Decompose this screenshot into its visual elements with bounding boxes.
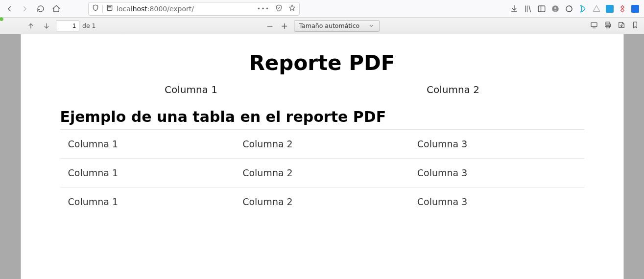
table-row: Columna 1 Columna 2 Columna 3: [60, 187, 584, 216]
home-button[interactable]: [50, 2, 63, 15]
sidebar-icon[interactable]: [537, 4, 546, 13]
pdf-viewer-toolbar: de 1 − + Tamaño automático: [0, 18, 644, 34]
zoom-out-button[interactable]: −: [264, 21, 275, 31]
svg-rect-1: [538, 6, 545, 12]
tracking-shield-icon[interactable]: [92, 4, 99, 13]
chevron-down-icon: [368, 23, 374, 29]
reader-mode-shield-icon[interactable]: [275, 4, 283, 14]
next-page-button[interactable]: [40, 20, 53, 32]
browser-nav-bar: localhost:8000/export/ •••: [0, 0, 644, 18]
table-cell: Columna 2: [235, 159, 409, 187]
table-cell: Columna 3: [409, 187, 584, 216]
table-cell: Columna 2: [235, 187, 409, 216]
url-text: localhost:8000/export/: [117, 5, 194, 13]
table-cell: Columna 1: [60, 159, 235, 187]
extension-2-icon[interactable]: [578, 4, 587, 13]
browser-right-icons: [510, 4, 641, 13]
table-cell: Columna 2: [235, 130, 409, 159]
zoom-in-button[interactable]: +: [279, 21, 290, 31]
table-cell: Columna 1: [60, 130, 235, 159]
extension-5-icon[interactable]: [619, 5, 626, 13]
account-avatar-icon[interactable]: [551, 4, 560, 13]
report-top-columns: Columna 1 Columna 2: [60, 84, 584, 95]
page-number-input[interactable]: [56, 21, 79, 31]
report-table: Columna 1 Columna 2 Columna 3 Columna 1 …: [60, 129, 584, 216]
bookmark-star-icon[interactable]: [288, 4, 296, 14]
extension-4-icon[interactable]: [606, 5, 614, 13]
extension-1-icon[interactable]: [565, 4, 573, 13]
downloads-icon[interactable]: [510, 4, 519, 13]
top-column-1: Columna 1: [165, 84, 217, 95]
report-title: Reporte PDF: [60, 51, 584, 75]
pdf-page: Reporte PDF Columna 1 Columna 2 Ejemplo …: [21, 34, 623, 279]
extension-3-icon[interactable]: [592, 4, 601, 13]
library-icon[interactable]: [524, 4, 532, 13]
url-bar[interactable]: localhost:8000/export/ •••: [88, 2, 300, 16]
forward-button[interactable]: [19, 2, 31, 15]
report-subtitle: Ejemplo de una tabla en el reporte PDF: [60, 108, 584, 125]
site-info-icon[interactable]: [106, 4, 114, 13]
reload-button[interactable]: [34, 2, 47, 15]
table-row: Columna 1 Columna 2 Columna 3: [60, 130, 584, 159]
presentation-mode-button[interactable]: [590, 21, 598, 30]
svg-point-3: [554, 7, 557, 9]
table-cell: Columna 3: [409, 159, 584, 187]
extension-6-icon[interactable]: [631, 5, 639, 13]
top-column-2: Columna 2: [427, 84, 479, 95]
print-button[interactable]: [604, 21, 612, 30]
bookmark-pdf-button[interactable]: [631, 21, 639, 30]
svg-rect-5: [591, 23, 597, 26]
pdf-viewport[interactable]: Reporte PDF Columna 1 Columna 2 Ejemplo …: [0, 34, 644, 279]
table-cell: Columna 3: [409, 130, 584, 159]
table-row: Columna 1 Columna 2 Columna 3: [60, 159, 584, 187]
zoom-select-label: Tamaño automático: [299, 22, 359, 29]
back-button[interactable]: [3, 2, 16, 15]
toolbar-indicator-dot: [0, 17, 4, 22]
page-count-label: de 1: [82, 22, 96, 29]
page-actions-icon[interactable]: •••: [257, 5, 269, 12]
table-cell: Columna 1: [60, 187, 235, 216]
zoom-select[interactable]: Tamaño automático: [294, 20, 380, 32]
prev-page-button[interactable]: [24, 20, 37, 32]
download-pdf-button[interactable]: [618, 21, 625, 30]
